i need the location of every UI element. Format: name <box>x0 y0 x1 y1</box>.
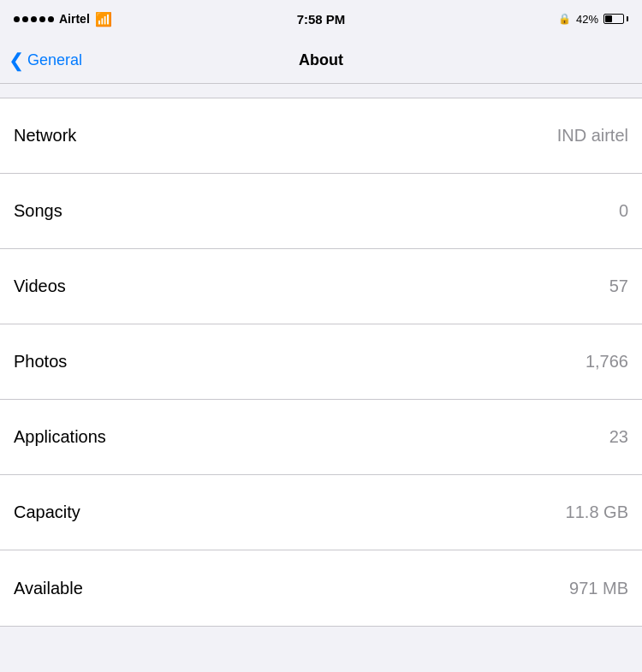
signal-dot-3 <box>31 16 37 22</box>
row-label: Songs <box>14 201 62 221</box>
row-label: Available <box>14 579 83 598</box>
row-value: 23 <box>609 427 628 447</box>
back-label: General <box>27 51 82 69</box>
battery-icon <box>603 14 628 24</box>
table-row: Applications23 <box>0 400 642 475</box>
signal-dot-4 <box>39 16 45 22</box>
row-value: IND airtel <box>557 126 628 146</box>
back-chevron-icon: ❮ <box>9 51 24 70</box>
row-value: 1,766 <box>586 352 628 372</box>
table-row: Songs0 <box>0 174 642 249</box>
table-row: Photos1,766 <box>0 324 642 400</box>
table-row: Videos57 <box>0 249 642 324</box>
table-row: Capacity11.8 GB <box>0 475 642 550</box>
row-value: 0 <box>619 201 628 221</box>
wifi-icon: 📶 <box>95 11 112 27</box>
settings-list: NetworkIND airtelSongs0Videos57Photos1,7… <box>0 98 642 627</box>
row-label: Photos <box>14 352 67 372</box>
signal-dot-1 <box>14 16 20 22</box>
carrier-name: Airtel <box>59 12 90 26</box>
battery-body <box>603 14 624 24</box>
row-value: 11.8 GB <box>566 503 628 522</box>
nav-bar: ❮ General About <box>0 38 642 84</box>
table-row: Available971 MB <box>0 550 642 626</box>
row-value: 971 MB <box>569 579 628 598</box>
row-value: 57 <box>609 277 628 296</box>
signal-dot-2 <box>22 16 28 22</box>
status-time: 7:58 PM <box>297 12 346 27</box>
battery-fill <box>605 15 612 22</box>
signal-dots <box>14 16 54 22</box>
lock-icon: 🔒 <box>558 13 571 25</box>
row-label: Videos <box>14 277 66 296</box>
back-button[interactable]: ❮ General <box>9 51 82 70</box>
status-bar: Airtel 📶 7:58 PM 🔒 42% <box>0 0 642 38</box>
table-row: NetworkIND airtel <box>0 98 642 174</box>
row-label: Capacity <box>14 503 80 522</box>
status-left: Airtel 📶 <box>14 11 112 27</box>
signal-dot-5 <box>48 16 54 22</box>
page-title: About <box>299 51 343 69</box>
row-label: Applications <box>14 427 106 447</box>
battery-tip <box>627 16 628 21</box>
row-label: Network <box>14 126 76 146</box>
battery-percent: 42% <box>576 13 598 26</box>
status-right: 🔒 42% <box>558 13 628 26</box>
